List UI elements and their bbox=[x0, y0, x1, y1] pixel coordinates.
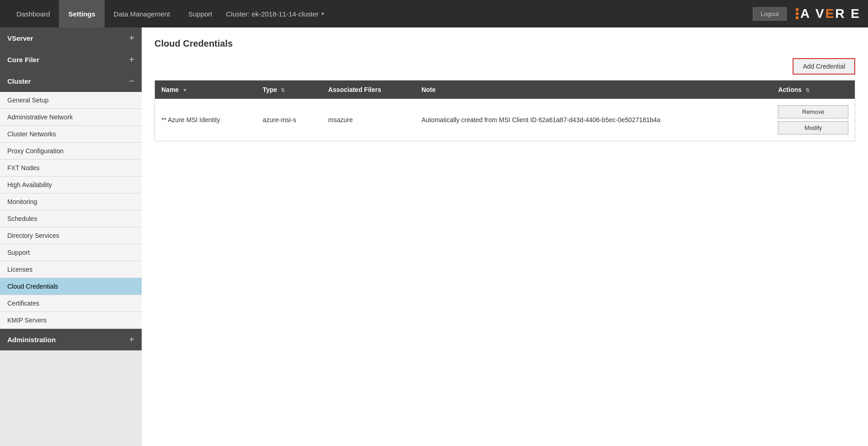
sidebar-item-cluster-networks[interactable]: Cluster Networks bbox=[0, 126, 142, 143]
sidebar-item-licenses[interactable]: Licenses bbox=[0, 261, 142, 278]
cluster-section-label: Cluster bbox=[7, 77, 31, 85]
add-credential-button[interactable]: Add Credential bbox=[793, 58, 855, 75]
cell-type: azure-msi-s bbox=[256, 99, 322, 141]
sidebar: VServer + Core Filer + Cluster − General… bbox=[0, 27, 142, 446]
sidebar-section-cluster[interactable]: Cluster − bbox=[0, 70, 142, 92]
nav-tabs: Dashboard Settings Data Management Suppo… bbox=[7, 0, 324, 27]
col-associated-filers: Associated Filers bbox=[322, 81, 415, 99]
cluster-label: Cluster: ek-2018-11-14-cluster bbox=[226, 10, 319, 18]
sidebar-item-proxy-configuration[interactable]: Proxy Configuration bbox=[0, 143, 142, 160]
credentials-table: Name ▼ Type ⇅ Associated Filers Note Act bbox=[154, 80, 855, 141]
sidebar-item-fxt-nodes[interactable]: FXT Nodes bbox=[0, 160, 142, 177]
cluster-dropdown-arrow: ▾ bbox=[321, 11, 324, 17]
sidebar-section-administration[interactable]: Administration + bbox=[0, 329, 142, 350]
sidebar-item-kmip-servers[interactable]: KMIP Servers bbox=[0, 312, 142, 329]
col-note: Note bbox=[415, 81, 772, 99]
layout: VServer + Core Filer + Cluster − General… bbox=[0, 27, 868, 446]
tab-settings[interactable]: Settings bbox=[59, 0, 104, 27]
sidebar-section-vserver[interactable]: VServer + bbox=[0, 27, 142, 49]
cell-actions: Remove Modify bbox=[772, 99, 855, 141]
topbar-right: Logout A V E R E bbox=[753, 6, 861, 21]
sidebar-item-general-setup[interactable]: General Setup bbox=[0, 92, 142, 109]
tab-data-management[interactable]: Data Management bbox=[105, 0, 179, 27]
administration-label: Administration bbox=[7, 336, 56, 344]
modify-button[interactable]: Modify bbox=[778, 121, 848, 134]
remove-button[interactable]: Remove bbox=[778, 105, 848, 118]
tab-dashboard[interactable]: Dashboard bbox=[7, 0, 59, 27]
cluster-toggle-icon: − bbox=[129, 76, 134, 86]
avere-logo: A V E R E bbox=[796, 6, 861, 21]
sidebar-item-certificates[interactable]: Certificates bbox=[0, 295, 142, 312]
sidebar-item-directory-services[interactable]: Directory Services bbox=[0, 227, 142, 244]
administration-toggle-icon: + bbox=[129, 334, 134, 345]
corefiler-label: Core Filer bbox=[7, 56, 39, 64]
avere-icon bbox=[796, 8, 799, 19]
add-btn-container: Add Credential bbox=[154, 58, 855, 75]
sidebar-item-cloud-credentials[interactable]: Cloud Credentials bbox=[0, 278, 142, 295]
sidebar-item-schedules[interactable]: Schedules bbox=[0, 210, 142, 227]
action-buttons: Remove Modify bbox=[778, 105, 848, 134]
tab-support[interactable]: Support bbox=[179, 0, 222, 27]
cell-associated-filers: msazure bbox=[322, 99, 415, 141]
topbar: Dashboard Settings Data Management Suppo… bbox=[0, 0, 868, 27]
actions-sort-icon: ⇅ bbox=[805, 87, 809, 93]
sidebar-item-monitoring[interactable]: Monitoring bbox=[0, 193, 142, 210]
cell-note: Automatically created from MSI Client ID… bbox=[415, 99, 772, 141]
vserver-label: VServer bbox=[7, 34, 33, 42]
name-sort-icon: ▼ bbox=[182, 87, 187, 93]
sidebar-item-support[interactable]: Support bbox=[0, 244, 142, 261]
sidebar-section-corefiler[interactable]: Core Filer + bbox=[0, 49, 142, 70]
col-type[interactable]: Type ⇅ bbox=[256, 81, 322, 99]
sidebar-item-high-availability[interactable]: High Availability bbox=[0, 177, 142, 193]
sidebar-item-administrative-network[interactable]: Administrative Network bbox=[0, 109, 142, 126]
logout-button[interactable]: Logout bbox=[753, 7, 787, 21]
cell-name: ** Azure MSI Identity bbox=[155, 99, 256, 141]
main-content: Cloud Credentials Add Credential Name ▼ … bbox=[142, 27, 868, 446]
vserver-toggle-icon: + bbox=[129, 33, 134, 43]
page-title: Cloud Credentials bbox=[154, 38, 855, 49]
type-sort-icon: ⇅ bbox=[281, 87, 285, 93]
col-name[interactable]: Name ▼ bbox=[155, 81, 256, 99]
table-row: ** Azure MSI Identity azure-msi-s msazur… bbox=[155, 99, 855, 141]
corefiler-toggle-icon: + bbox=[129, 54, 134, 65]
table-header-row: Name ▼ Type ⇅ Associated Filers Note Act bbox=[155, 81, 855, 99]
cluster-selector[interactable]: Cluster: ek-2018-11-14-cluster ▾ bbox=[226, 10, 325, 18]
col-actions[interactable]: Actions ⇅ bbox=[772, 81, 855, 99]
